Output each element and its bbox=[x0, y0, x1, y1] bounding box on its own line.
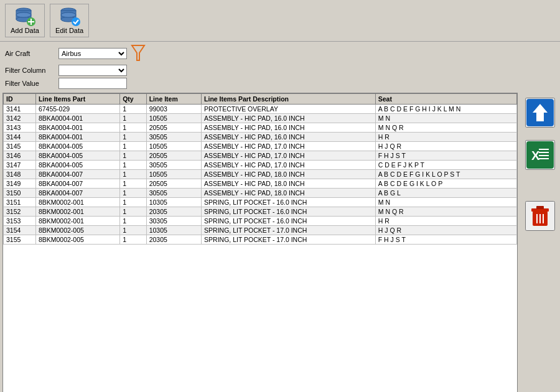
table-cell: 8BKM0002-001 bbox=[35, 217, 119, 226]
table-cell: SPRING, LIT POCKET - 17.0 INCH bbox=[202, 235, 376, 245]
table-cell: 10305 bbox=[146, 226, 201, 235]
table-cell: 8BKA0004-007 bbox=[35, 170, 119, 179]
svg-rect-18 bbox=[539, 152, 549, 153]
table-cell: ASSEMBLY - HIC PAD, 16.0 INCH bbox=[202, 114, 376, 123]
table-cell: 30505 bbox=[146, 133, 201, 142]
add-data-label: Add Data bbox=[11, 27, 39, 34]
table-cell: 1 bbox=[120, 170, 147, 179]
table-row[interactable]: 31518BKM0002-001110305SPRING, LIT POCKET… bbox=[4, 198, 517, 207]
table-cell: 8BKM0002-001 bbox=[35, 207, 119, 217]
svg-rect-23 bbox=[536, 206, 544, 209]
aircraft-select[interactable]: Airbus Boeing Embraer bbox=[58, 48, 127, 59]
filter-value-input[interactable] bbox=[58, 78, 127, 89]
filter-column-label: Filter Column bbox=[5, 67, 55, 74]
table-row[interactable]: 31448BKA0004-001130505ASSEMBLY - HIC PAD… bbox=[4, 133, 517, 142]
table-cell: 8BKM0002-005 bbox=[35, 235, 119, 245]
svg-text:X: X bbox=[531, 149, 540, 162]
table-row[interactable]: 31548BKM0002-005110305SPRING, LIT POCKET… bbox=[4, 226, 517, 235]
table-cell: 10505 bbox=[146, 170, 201, 179]
table-header-row: ID Line Items Part Qty Line Item Line It… bbox=[4, 94, 517, 105]
table-cell: 3148 bbox=[4, 170, 36, 179]
table-cell: M N bbox=[375, 114, 516, 123]
table-cell: 1 bbox=[120, 114, 147, 123]
svg-point-11 bbox=[72, 17, 80, 26]
table-cell: SPRING, LIT POCKET - 17.0 INCH bbox=[202, 226, 376, 235]
filter-area: Air Craft Airbus Boeing Embraer Filter C… bbox=[0, 42, 560, 91]
data-table: ID Line Items Part Qty Line Item Line It… bbox=[3, 93, 517, 245]
add-data-button[interactable]: Add Data bbox=[5, 4, 45, 37]
table-cell: 20305 bbox=[146, 235, 201, 245]
table-row[interactable]: 31488BKA0004-007110505ASSEMBLY - HIC PAD… bbox=[4, 170, 517, 179]
table-cell: 3143 bbox=[4, 123, 36, 133]
table-cell: ASSEMBLY - HIC PAD, 18.0 INCH bbox=[202, 179, 376, 189]
table-cell: 3151 bbox=[4, 198, 36, 207]
table-cell: ASSEMBLY - HIC PAD, 17.0 INCH bbox=[202, 151, 376, 161]
table-cell: 67455-029 bbox=[35, 105, 119, 114]
table-cell: ASSEMBLY - HIC PAD, 16.0 INCH bbox=[202, 133, 376, 142]
table-cell: 1 bbox=[120, 217, 147, 226]
table-row[interactable]: 31478BKA0004-005130505ASSEMBLY - HIC PAD… bbox=[4, 161, 517, 170]
table-cell: 3152 bbox=[4, 207, 36, 217]
table-cell: 1 bbox=[120, 105, 147, 114]
table-cell: 1 bbox=[120, 142, 147, 151]
table-cell: 20505 bbox=[146, 123, 201, 133]
table-cell: 1 bbox=[120, 198, 147, 207]
table-cell: C D E F J K P T bbox=[375, 161, 516, 170]
svg-point-3 bbox=[16, 12, 31, 17]
table-cell: 20505 bbox=[146, 179, 201, 189]
table-row[interactable]: 31428BKA0004-001110505ASSEMBLY - HIC PAD… bbox=[4, 114, 517, 123]
table-cell: F H J S T bbox=[375, 151, 516, 161]
table-cell: H J Q R bbox=[375, 142, 516, 151]
table-cell: ASSEMBLY - HIC PAD, 16.0 INCH bbox=[202, 123, 376, 133]
table-cell: 20305 bbox=[146, 207, 201, 217]
filter-column-select[interactable] bbox=[58, 65, 127, 76]
table-cell: 3142 bbox=[4, 114, 36, 123]
table-cell: 3154 bbox=[4, 226, 36, 235]
data-table-container[interactable]: ID Line Items Part Qty Line Item Line It… bbox=[2, 93, 518, 392]
table-row[interactable]: 31498BKA0004-007120505ASSEMBLY - HIC PAD… bbox=[4, 179, 517, 189]
table-cell: 10505 bbox=[146, 114, 201, 123]
main-area: ID Line Items Part Qty Line Item Line It… bbox=[0, 91, 560, 392]
action-buttons-panel: X bbox=[520, 91, 560, 392]
svg-marker-12 bbox=[132, 45, 144, 60]
svg-rect-17 bbox=[539, 149, 549, 150]
table-cell: 3150 bbox=[4, 189, 36, 198]
table-cell: A B C D E F G H I J K L M N bbox=[375, 105, 516, 114]
table-row[interactable]: 31508BKA0004-007130505ASSEMBLY - HIC PAD… bbox=[4, 189, 517, 198]
table-cell: SPRING, LIT POCKET - 16.0 INCH bbox=[202, 207, 376, 217]
table-cell: 1 bbox=[120, 235, 147, 245]
table-cell: 1 bbox=[120, 207, 147, 217]
table-row[interactable]: 314167455-029199003PROTECTIVE OVERLAYA B… bbox=[4, 105, 517, 114]
table-cell: A B C D E G I K L O P bbox=[375, 179, 516, 189]
table-row[interactable]: 31528BKM0002-001120305SPRING, LIT POCKET… bbox=[4, 207, 517, 217]
toolbar: Add Data Edit Data bbox=[0, 0, 560, 42]
table-cell: 3155 bbox=[4, 235, 36, 245]
table-cell: 20505 bbox=[146, 151, 201, 161]
table-cell: 30505 bbox=[146, 189, 201, 198]
table-cell: 8BKA0004-007 bbox=[35, 179, 119, 189]
table-row[interactable]: 31458BKA0004-005110505ASSEMBLY - HIC PAD… bbox=[4, 142, 517, 151]
delete-button[interactable] bbox=[525, 201, 555, 231]
table-cell: H J Q R bbox=[375, 226, 516, 235]
table-row[interactable]: 31558BKM0002-005120305SPRING, LIT POCKET… bbox=[4, 235, 517, 245]
col-description: Line Items Part Description bbox=[202, 94, 376, 105]
table-cell: 1 bbox=[120, 189, 147, 198]
table-cell: ASSEMBLY - HIC PAD, 18.0 INCH bbox=[202, 170, 376, 179]
table-cell: F H J S T bbox=[375, 235, 516, 245]
edit-data-button[interactable]: Edit Data bbox=[50, 4, 89, 37]
table-row[interactable]: 31468BKA0004-005120505ASSEMBLY - HIC PAD… bbox=[4, 151, 517, 161]
excel-export-button[interactable]: X bbox=[525, 140, 555, 170]
table-row[interactable]: 31538BKM0002-001130305SPRING, LIT POCKET… bbox=[4, 217, 517, 226]
aircraft-label: Air Craft bbox=[5, 50, 55, 57]
table-cell: 3149 bbox=[4, 179, 36, 189]
upload-button[interactable] bbox=[525, 98, 555, 128]
table-cell: 3145 bbox=[4, 142, 36, 151]
table-cell: M N Q R bbox=[375, 123, 516, 133]
table-cell: M N Q R bbox=[375, 207, 516, 217]
table-cell: 1 bbox=[120, 179, 147, 189]
table-row[interactable]: 31438BKA0004-001120505ASSEMBLY - HIC PAD… bbox=[4, 123, 517, 133]
col-id: ID bbox=[4, 94, 36, 105]
edit-data-icon bbox=[58, 7, 81, 27]
table-cell: 8BKM0002-005 bbox=[35, 226, 119, 235]
add-data-icon bbox=[14, 7, 36, 27]
